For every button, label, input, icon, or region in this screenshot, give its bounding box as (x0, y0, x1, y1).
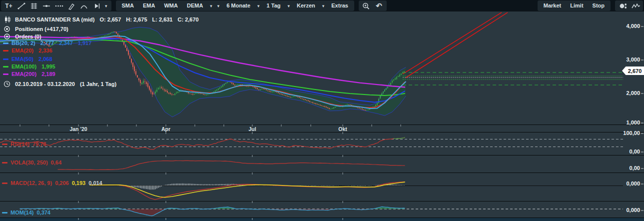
legend-ema50-text-1: 2,068 (38, 56, 52, 62)
macd-label[interactable]: MACD(12, 26, 9)0,2060,1930,014 (2, 180, 102, 186)
market-order-button[interactable]: Market (539, 0, 566, 11)
rsi-label[interactable]: RSI(14)79,78 (2, 141, 46, 147)
legend-row-orders[interactable]: Orders (0) (3, 32, 43, 40)
legend-daterange-text-1: (1 Jahr, 1 Tag) (80, 81, 116, 87)
x-axis-label-jul: Jul (248, 126, 256, 132)
mom-text-0: MOM(14) (10, 210, 33, 216)
freehand-draw-tool[interactable] (65, 0, 77, 11)
arrow-marker-tool[interactable] (90, 0, 102, 11)
dropdown-caret-icon[interactable]: ▾ (215, 4, 222, 8)
macd-text-0: MACD(12, 26, 9) (10, 180, 52, 186)
legend-row-ema200[interactable]: EMA(200)2,189 (3, 71, 57, 77)
line-swatch-icon (3, 50, 8, 52)
selector-kerzen-button[interactable]: Kerzen (292, 0, 320, 11)
candles-icon (3, 16, 12, 24)
x-axis-label-apr: Apr (161, 126, 170, 132)
share-bubbles-icon[interactable] (617, 0, 629, 11)
chart-controls-group: SMAEMAWMADEMA▾▾6 Monate▾1 Tag▾Kerzen▾Ext… (116, 0, 354, 11)
vola-label[interactable]: VOLA(30, 250)0,64 (2, 160, 61, 166)
dotted-line-tool[interactable] (52, 0, 65, 11)
legend-ema50-text-0: EMA(50) (11, 56, 33, 62)
rsi-text-1: 79,78 (32, 141, 46, 147)
legend-bb-text-1: 2,777 (40, 40, 54, 46)
legend-bb-text-0: BB(20, 2) (11, 40, 35, 46)
legend-title-text-0: BANCO SANTANDER SA (mid) (15, 16, 95, 22)
legend-row-positionen[interactable]: Positionen (+417,70) (3, 25, 70, 33)
subpanel-axis-label-1: 0,00 (630, 148, 640, 154)
subpanel-axis-label-0: 100,00 (623, 130, 640, 136)
legend-orders-text-0: Orders (0) (15, 34, 41, 40)
line-swatch-icon (2, 162, 7, 164)
legend-ema200-text-1: 2,189 (41, 71, 55, 77)
legend-row-bb[interactable]: BB(20, 2)2,7772,3471,917 (3, 40, 93, 46)
vola-text-1: 0,64 (51, 160, 61, 166)
mom-text-1: 0,374 (36, 210, 50, 216)
chart-area: BANCO SANTANDER SA (mid)O: 2,657H: 2,675… (0, 12, 644, 221)
y-axis-label-3-000: 3,000 (626, 56, 640, 62)
pulse-icon[interactable] (629, 0, 642, 11)
ema-button[interactable]: EMA (138, 0, 159, 11)
dropdown-caret-icon[interactable]: ▾ (320, 4, 327, 8)
chart-canvas[interactable] (0, 12, 644, 221)
arc-tool[interactable] (77, 0, 90, 11)
right-tools-group (615, 0, 643, 11)
legend-row-ema100[interactable]: EMA(100)1,995 (3, 64, 57, 70)
x-axis-label-okt: Okt (338, 126, 347, 132)
legend-row-daterange: 02.10.2019 - 03.12.2020(1 Jahr, 1 Tag) (3, 80, 118, 88)
subpanel-axis-label-4: 0,000 (626, 207, 640, 213)
fibonacci-tool[interactable] (27, 0, 40, 11)
line-swatch-icon (2, 182, 7, 184)
legend-ema100-text-1: 1,995 (41, 64, 55, 70)
line-swatch-icon (2, 212, 7, 214)
legend-title-text-1: O: 2,657 (100, 16, 121, 22)
dropdown-caret-icon[interactable]: ▾ (255, 4, 262, 8)
chart-toolbar: T+▾ SMAEMAWMADEMA▾▾6 Monate▾1 Tag▾Kerzen… (0, 0, 644, 12)
limit-order-button[interactable]: Limit (566, 0, 588, 11)
vola-text-0: VOLA(30, 250) (10, 160, 48, 166)
sma-button[interactable]: SMA (117, 0, 138, 11)
dropdown-caret-icon[interactable]: ▾ (285, 4, 293, 8)
legend-row-ema50[interactable]: EMA(50)2,068 (3, 56, 54, 62)
subpanel-axis-label-2: 0,00 (630, 165, 640, 171)
selector-6-monate-button[interactable]: 6 Monate (222, 0, 255, 11)
draw-tools-dropdown[interactable]: ▾ (102, 4, 110, 8)
legend-ema100-text-0: EMA(100) (11, 64, 36, 70)
legend-bb-text-2: 2,347 (59, 40, 73, 46)
drawing-tools-group: T+▾ (1, 0, 111, 11)
line-swatch-icon (3, 42, 8, 44)
legend-row-ema20[interactable]: EMA(20)2,336 (3, 48, 54, 54)
legend-title-text-2: H: 2,675 (126, 16, 147, 22)
y-axis-label-2-000: 2,000 (626, 90, 640, 96)
macd-text-3: 0,014 (88, 180, 102, 186)
dema-button[interactable]: DEMA (182, 0, 207, 11)
x-axis-label-jan-20: Jan '20 (69, 126, 87, 132)
radio-icon (3, 25, 12, 33)
last-price-value: 2,670 (628, 68, 642, 74)
radio-icon (3, 32, 12, 40)
stop-order-button[interactable]: Stop (588, 0, 609, 11)
legend-title-text-3: L: 2,631 (152, 16, 173, 22)
legend-bb-text-3: 1,917 (78, 40, 92, 46)
selector-extras-button[interactable]: Extras (327, 0, 353, 11)
clock-icon (3, 80, 12, 88)
rsi-text-0: RSI(14) (10, 141, 29, 147)
macd-text-2: 0,193 (72, 180, 86, 186)
trendline-tool[interactable] (15, 0, 27, 11)
legend-positionen-text-0: Positionen (+417,70) (15, 26, 68, 32)
horizontal-line-tool[interactable] (40, 0, 52, 11)
macd-text-1: 0,206 (55, 180, 69, 186)
zoom-icon[interactable] (360, 0, 373, 11)
dropdown-caret-icon[interactable]: ▾ (207, 4, 215, 8)
trading-chart-window: T+▾ SMAEMAWMADEMA▾▾6 Monate▾1 Tag▾Kerzen… (0, 0, 644, 221)
text-plus-tool[interactable]: T+ (2, 0, 15, 11)
legend-row-title: BANCO SANTANDER SA (mid)O: 2,657H: 2,675… (3, 16, 201, 24)
undo-icon[interactable]: ↶ (373, 0, 385, 11)
line-swatch-icon (3, 74, 8, 75)
y-axis-label-1-000: 1,000 (626, 120, 640, 126)
wma-button[interactable]: WMA (159, 0, 182, 11)
legend-ema200-text-0: EMA(200) (11, 71, 36, 77)
mom-label[interactable]: MOM(14)0,374 (2, 210, 50, 216)
legend-ema20-text-0: EMA(20) (11, 48, 33, 54)
legend-daterange-text-0: 02.10.2019 - 03.12.2020 (15, 81, 75, 87)
selector-1-tag-button[interactable]: 1 Tag (262, 0, 285, 11)
